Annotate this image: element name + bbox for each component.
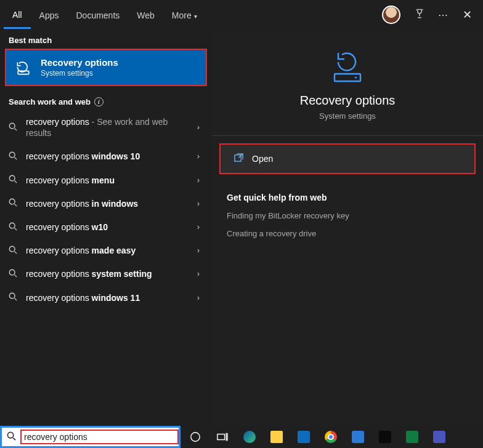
taskbar-app-chrome[interactable] (317, 426, 344, 448)
suggestion-row[interactable]: recovery options menu› (0, 169, 212, 192)
best-match-label: Best match (0, 30, 212, 49)
tab-more[interactable]: More▾ (163, 2, 206, 28)
svg-line-12 (15, 251, 17, 254)
suggestion-row[interactable]: recovery options windows 10› (0, 145, 212, 168)
suggestion-row[interactable]: recovery options windows 11› (0, 286, 212, 310)
help-link[interactable]: Creating a recovery drive (227, 229, 468, 238)
taskbar-app-store[interactable] (344, 426, 371, 448)
search-icon (9, 222, 18, 233)
svg-rect-0 (18, 71, 29, 74)
tab-apps[interactable]: Apps (31, 2, 68, 28)
best-match-result[interactable]: Recovery options System settings (5, 49, 207, 86)
suggestion-text: recovery options made easy (26, 245, 190, 256)
suggestion-row[interactable]: recovery options system setting› (0, 262, 212, 286)
tab-documents[interactable]: Documents (67, 2, 128, 28)
suggestion-text: recovery options windows 11 (26, 292, 190, 303)
results-list: Best match Recovery options System setti… (0, 30, 212, 426)
suggestion-text: recovery options in windows (26, 198, 190, 209)
svg-rect-23 (217, 434, 225, 440)
cortana-circle-icon[interactable] (182, 426, 209, 448)
taskbar (181, 426, 483, 448)
taskbar-app-generic[interactable] (371, 426, 399, 448)
svg-line-2 (15, 128, 17, 130)
search-icon (9, 122, 18, 133)
chevron-right-icon[interactable]: › (197, 294, 203, 302)
svg-rect-19 (235, 155, 241, 161)
open-icon (234, 153, 243, 164)
search-icon (9, 246, 18, 256)
svg-line-4 (15, 158, 17, 160)
quick-help-header: Get quick help from web (227, 193, 468, 202)
open-action[interactable]: Open (219, 143, 476, 174)
search-icon (9, 269, 18, 279)
suggestion-row[interactable]: recovery options - See work and web resu… (0, 110, 212, 145)
svg-point-22 (191, 433, 200, 441)
taskbar-app-explorer[interactable] (263, 426, 290, 448)
taskbar-app-teams[interactable] (426, 426, 453, 448)
svg-line-6 (15, 181, 17, 183)
chevron-right-icon[interactable]: › (197, 152, 203, 161)
search-icon (9, 151, 18, 162)
svg-line-8 (15, 204, 17, 207)
close-button[interactable]: ✕ (455, 8, 479, 22)
taskbar-app-edge[interactable] (236, 426, 263, 448)
suggestion-text: recovery options windows 10 (26, 151, 190, 162)
search-icon (9, 292, 18, 303)
svg-point-15 (9, 293, 15, 298)
suggestion-row[interactable]: recovery options w10› (0, 215, 212, 239)
info-icon[interactable]: i (94, 97, 104, 106)
options-icon[interactable]: ⋯ (431, 9, 455, 21)
chevron-down-icon: ▾ (194, 13, 197, 20)
chevron-right-icon[interactable]: › (197, 176, 203, 185)
svg-point-9 (9, 223, 15, 228)
user-avatar[interactable] (382, 6, 400, 24)
svg-line-14 (15, 275, 17, 278)
chevron-right-icon[interactable]: › (197, 123, 203, 132)
search-box[interactable] (0, 426, 181, 448)
chevron-right-icon[interactable]: › (197, 199, 203, 208)
suggestion-text: recovery options - See work and web resu… (26, 116, 190, 138)
chevron-right-icon[interactable]: › (197, 246, 203, 255)
svg-line-10 (15, 228, 17, 230)
svg-point-13 (9, 270, 15, 275)
open-label: Open (252, 154, 273, 164)
task-view-icon[interactable] (209, 426, 236, 448)
tab-web[interactable]: Web (128, 2, 163, 28)
svg-line-16 (15, 298, 17, 301)
recovery-icon (15, 59, 32, 76)
svg-point-7 (9, 199, 15, 205)
best-match-subtitle: System settings (41, 69, 118, 78)
suggestion-row[interactable]: recovery options in windows› (0, 192, 212, 215)
suggestion-row[interactable]: recovery options made easy› (0, 239, 212, 262)
rewards-icon[interactable] (408, 8, 431, 22)
search-scope-tabs: All Apps Documents Web More▾ ⋯ ✕ (0, 0, 483, 30)
search-icon (2, 431, 20, 442)
suggestion-text: recovery options menu (26, 175, 190, 186)
svg-point-11 (9, 246, 15, 252)
svg-point-20 (7, 432, 13, 438)
chevron-right-icon[interactable]: › (197, 270, 203, 278)
search-input[interactable] (24, 432, 175, 442)
suggestion-text: recovery options system setting (26, 268, 190, 279)
svg-line-21 (13, 438, 15, 440)
taskbar-app-excel[interactable] (399, 426, 426, 448)
preview-title: Recovery options (227, 94, 468, 108)
svg-point-1 (9, 123, 15, 129)
search-work-web-label: Search work and web i (0, 91, 212, 110)
suggestion-text: recovery options w10 (26, 222, 190, 233)
tab-all[interactable]: All (4, 1, 31, 29)
best-match-title: Recovery options (41, 57, 118, 68)
help-link[interactable]: Finding my BitLocker recovery key (227, 211, 468, 220)
svg-point-5 (9, 175, 15, 181)
chevron-right-icon[interactable]: › (197, 223, 203, 231)
preview-pane: Recovery options System settings Open Ge… (212, 30, 483, 426)
preview-subtitle: System settings (227, 111, 468, 121)
search-icon (9, 198, 18, 209)
svg-point-3 (9, 152, 15, 158)
recovery-large-icon (329, 50, 366, 82)
search-icon (9, 175, 18, 185)
taskbar-app-outlook[interactable] (290, 426, 317, 448)
